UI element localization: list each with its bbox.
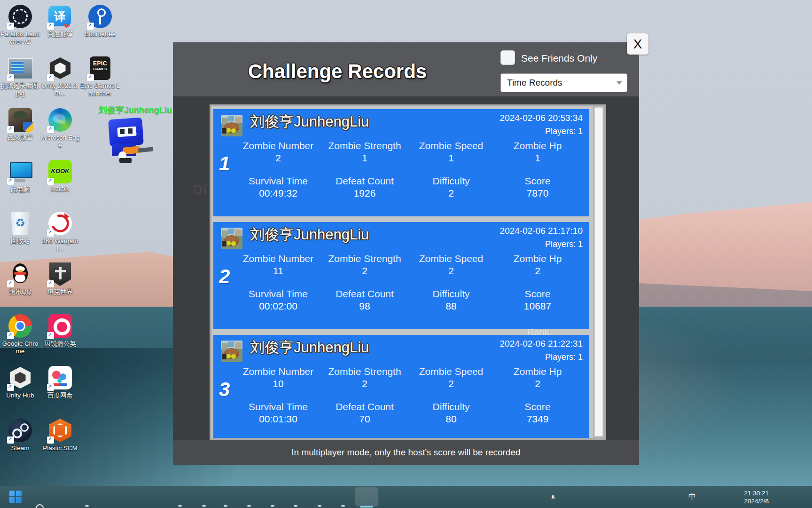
character-eye-icon — [120, 129, 125, 134]
record-stats: Zombie Number11 Zombie Strength2 Zombie … — [235, 252, 581, 312]
search-icon[interactable] — [34, 503, 47, 508]
stat-zombie-strength: Zombie Strength2 — [321, 252, 408, 277]
desktop-icon-unity-hub[interactable]: Unity Hub — [0, 366, 40, 399]
stat-zombie-number: Zombie Number10 — [235, 365, 321, 390]
shortcut-arrow-icon — [87, 23, 94, 30]
stat-difficulty: Difficulty88 — [408, 287, 494, 312]
desktop-icon-steam[interactable]: Steam — [0, 419, 40, 452]
stat-difficulty: Difficulty80 — [408, 400, 494, 425]
icon-label: Steam — [11, 444, 29, 452]
challenge-records-dialog: Di Challenge Records See Friends Only Ti… — [173, 42, 639, 465]
icon-label: 坦克世界 — [47, 288, 73, 296]
running-indicator — [178, 505, 182, 507]
running-indicator — [318, 505, 321, 507]
shortcut-arrow-icon — [47, 332, 54, 339]
desktop-icon-wargaming[interactable]: 360 Wargami... — [40, 212, 80, 253]
shortcut-arrow-icon — [7, 280, 14, 287]
shortcut-arrow-icon — [7, 126, 14, 133]
stat-defeat-count: Defeat Count98 — [321, 287, 408, 312]
desktop-icon-screenshot-jpg[interactable]: 挑战记录截图.jpg — [0, 56, 40, 97]
desktop-icon-this-pc[interactable]: 此电脑 — [0, 160, 40, 193]
desktop-icon-edge[interactable]: Microsoft Edge — [40, 108, 80, 149]
desktop-icon-plastic-scm[interactable]: Plastic SCM — [40, 419, 80, 452]
stat-zombie-hp: Zombie Hp1 — [494, 139, 581, 164]
record-datetime: 2024-02-06 21:17:10 — [500, 226, 583, 236]
desktop-icon-unity-editor[interactable]: Unity 2022.3.5f... — [40, 56, 80, 97]
player-avatar — [221, 341, 242, 362]
desktop-icon-baidu-netdisk[interactable]: 百度网盘 — [40, 366, 80, 399]
record-rank: 3 — [219, 378, 230, 401]
stat-defeat-count: Defeat Count1926 — [321, 175, 408, 199]
icon-label: Epic Games Launcher — [80, 82, 120, 97]
icon-label: 贝锐蒲公英 — [44, 340, 76, 348]
character-eye-icon — [128, 128, 133, 134]
icon-label: Google Chrome — [0, 340, 40, 355]
desktop-icon-baidu-translate[interactable]: 百度翻译 — [40, 5, 80, 38]
record-card-3: 刘俊亨JunhengLiu 2024-02-06 21:22:31 Player… — [213, 335, 589, 440]
record-datetime: 2024-02-06 21:22:31 — [500, 339, 583, 349]
desktop-screen: Paradox Launcher v2 百度翻译 Sourcetree 挑战记录… — [0, 0, 812, 508]
record-datetime: 2024-02-06 20:53:34 — [500, 113, 583, 123]
running-indicator — [271, 505, 274, 507]
stat-zombie-speed: Zombie Speed2 — [408, 252, 494, 277]
character-gun-barrel — [138, 147, 154, 152]
icon-label: 此电脑 — [11, 186, 30, 193]
tray-expand-chevron-icon[interactable]: ∧ — [548, 492, 558, 501]
record-player-name: 刘俊亨JunhengLiu — [250, 338, 369, 357]
clock-time: 21:30:21 — [732, 489, 769, 497]
shortcut-arrow-icon — [87, 74, 94, 81]
scrollbar-thumb[interactable] — [594, 107, 603, 437]
player-avatar — [221, 115, 242, 136]
shortcut-arrow-icon — [7, 437, 14, 444]
see-friends-checkbox[interactable] — [500, 50, 515, 65]
records-filter-dropdown[interactable]: Time Records — [500, 73, 627, 92]
desktop-icon-oray[interactable]: 贝锐蒲公英 — [40, 314, 80, 348]
ime-indicator[interactable]: 中 — [687, 492, 697, 501]
desktop-icon-paradox[interactable]: Paradox Launcher v2 — [0, 5, 40, 46]
record-players-count: Players: 1 — [545, 352, 583, 362]
stat-zombie-hp: Zombie Hp2 — [494, 252, 581, 277]
shortcut-arrow-icon — [47, 23, 54, 30]
taskbar-clock[interactable]: 21:30:21 2024/2/6 — [732, 489, 769, 505]
game-character — [99, 117, 160, 164]
shortcut-arrow-icon — [47, 384, 54, 391]
close-button[interactable]: X — [627, 33, 648, 55]
active-app-highlight[interactable] — [355, 487, 378, 507]
icon-label: Paradox Launcher v2 — [0, 31, 40, 46]
stat-zombie-number: Zombie Number11 — [235, 252, 321, 277]
desktop-icon-recycle-bin[interactable]: 回收站 — [0, 212, 40, 245]
desktop-icon-wot[interactable]: 坦克世界 — [40, 262, 80, 296]
recycle-bin-icon — [10, 212, 31, 235]
running-indicator — [85, 505, 89, 507]
desktop-icon-warfire[interactable]: 战火勋章 — [0, 108, 40, 142]
desktop-icon-epic-games[interactable]: Epic Games Launcher — [80, 56, 120, 97]
record-card-2: 刘俊亨JunhengLiu 2024-02-06 21:17:10 Player… — [213, 222, 589, 329]
dropdown-selected-value: Time Records — [507, 78, 562, 88]
shortcut-arrow-icon — [47, 280, 54, 287]
record-card-1: 刘俊亨JunhengLiu 2024-02-06 20:53:34 Player… — [213, 109, 589, 216]
gap-ghost-wrap: Rank — [211, 329, 593, 335]
desktop-icon-chrome[interactable]: Google Chrome — [0, 314, 40, 355]
start-button-icon[interactable] — [9, 491, 22, 503]
record-players-count: Players: 1 — [545, 127, 583, 136]
stat-survival-time: Survival Time00:01:30 — [235, 400, 321, 425]
shortcut-arrow-icon — [7, 74, 14, 81]
desktop-icon-sourcetree[interactable]: Sourcetree — [80, 5, 120, 38]
chevron-down-icon — [617, 81, 622, 85]
desktop-icon-kook[interactable]: KOOK — [40, 160, 80, 193]
icon-label: Unity 2022.3.5f... — [40, 82, 80, 97]
shortcut-arrow-icon — [47, 437, 54, 444]
running-indicator — [294, 505, 297, 507]
clock-date: 2024/2/6 — [732, 497, 769, 505]
shortcut-arrow-icon — [47, 74, 54, 81]
records-list: 刘俊亨JunhengLiu 2024-02-06 20:53:34 Player… — [210, 104, 606, 440]
stat-zombie-number: Zombie Number2 — [235, 139, 321, 164]
record-players-count: Players: 1 — [545, 239, 583, 249]
scrollbar-track[interactable] — [593, 106, 604, 438]
multiplayer-note: In multiplayer mode, only the host's sco… — [173, 440, 639, 465]
shortcut-arrow-icon — [7, 332, 14, 339]
background-ghost-rank: Rank — [527, 329, 549, 335]
desktop-icon-qq[interactable]: 腾讯QQ — [0, 262, 40, 296]
player-avatar — [221, 228, 242, 249]
icon-label: Sourcetree — [85, 31, 116, 38]
